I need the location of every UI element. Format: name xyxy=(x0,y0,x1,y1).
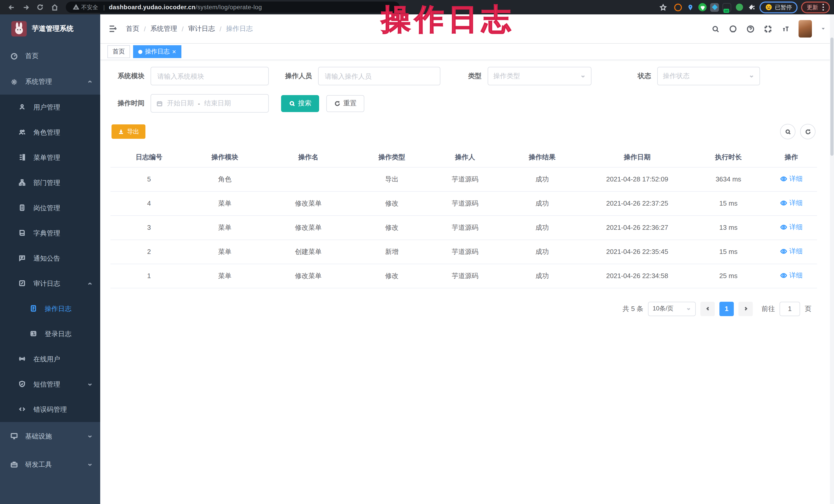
extension-dark-icon[interactable]: on xyxy=(723,3,731,12)
help-icon[interactable] xyxy=(746,24,755,33)
operator-input[interactable] xyxy=(318,67,440,85)
date-range-picker[interactable]: 开始日期 - 结束日期 xyxy=(151,94,269,113)
next-page-button[interactable] xyxy=(739,302,753,316)
back-icon[interactable] xyxy=(6,2,17,13)
cell-log-id: 3 xyxy=(110,215,188,240)
sidebar-item-audit-log[interactable]: 审计日志 xyxy=(0,271,100,296)
export-button[interactable]: 导出 xyxy=(111,125,146,139)
page-size-value: 10条/页 xyxy=(653,304,674,313)
sidebar-item-sms[interactable]: 短信管理 xyxy=(0,372,100,397)
github-icon[interactable] xyxy=(729,24,738,33)
eye-icon xyxy=(780,272,787,279)
type-select[interactable]: 操作类型 xyxy=(488,67,591,85)
sidebar-item-error-code[interactable]: 错误码管理 xyxy=(0,397,100,422)
sidebar-item-operate-log[interactable]: 操作日志 xyxy=(0,296,100,321)
extension-green-v-icon[interactable] xyxy=(698,3,706,11)
security-label: 不安全 xyxy=(81,3,98,11)
detail-link[interactable]: 详细 xyxy=(780,223,803,232)
cell-module: 菜单 xyxy=(188,240,262,264)
sidebar-item-home[interactable]: 首页 xyxy=(0,43,100,69)
sidebar-item-label: 用户管理 xyxy=(34,103,60,112)
tag-label: 操作日志 xyxy=(145,47,170,56)
current-page-button[interactable]: 1 xyxy=(719,302,734,316)
status-select[interactable]: 操作状态 xyxy=(657,67,760,85)
detail-link[interactable]: 详细 xyxy=(780,271,803,280)
search-button[interactable]: 搜索 xyxy=(281,95,319,112)
breadcrumb-audit[interactable]: 审计日志 xyxy=(188,24,215,34)
cell-type: 修改 xyxy=(355,191,429,215)
sidebar-item-menus[interactable]: 菜单管理 xyxy=(0,145,100,170)
sidebar-item-roles[interactable]: 角色管理 xyxy=(0,120,100,145)
refresh-icon xyxy=(334,100,341,107)
extension-pin-icon[interactable] xyxy=(686,3,695,12)
sidebar-item-notice[interactable]: 通知公告 xyxy=(0,246,100,271)
home-icon[interactable] xyxy=(49,2,60,13)
toolbox-icon xyxy=(10,461,18,468)
breadcrumb-home[interactable]: 首页 xyxy=(126,24,139,34)
cell-date: 2021-04-28 17:52:09 xyxy=(583,167,691,191)
annotation-overlay-title: 操作日志 xyxy=(381,3,515,35)
extension-diamond-icon[interactable] xyxy=(710,3,719,12)
refresh-table-button[interactable] xyxy=(800,124,815,139)
cell-name: 修改菜单 xyxy=(262,215,355,240)
scrollbar-thumb[interactable] xyxy=(830,38,833,156)
extensions-puzzle-icon[interactable] xyxy=(747,3,756,12)
logo-row[interactable]: 芋道管理系统 xyxy=(0,15,100,43)
sidebar-item-label: 通知公告 xyxy=(34,254,60,263)
extension-on-badge: on xyxy=(724,8,729,13)
sidebar-toggle-icon[interactable] xyxy=(108,24,118,34)
detail-link[interactable]: 详细 xyxy=(780,247,803,256)
breadcrumb-system[interactable]: 系统管理 xyxy=(150,24,177,34)
forward-icon[interactable] xyxy=(20,2,31,13)
sidebar-item-users[interactable]: 用户管理 xyxy=(0,94,100,120)
sidebar-item-posts[interactable]: 岗位管理 xyxy=(0,195,100,220)
reset-button-label: 重置 xyxy=(343,99,357,108)
type-label: 类型 xyxy=(461,71,482,81)
start-date-placeholder[interactable]: 开始日期 xyxy=(167,99,194,108)
profile-chip[interactable]: 已暂停 xyxy=(760,1,797,13)
fullscreen-icon[interactable] xyxy=(764,24,772,33)
avatar[interactable] xyxy=(798,20,812,38)
cell-duration: 25 ms xyxy=(691,264,766,288)
avatar-caret-icon[interactable] xyxy=(821,26,826,31)
goto-page-input[interactable] xyxy=(780,302,800,316)
browser-update-button[interactable]: 更新 xyxy=(801,1,830,13)
emoji-face-icon xyxy=(765,4,772,11)
sidebar-item-dict[interactable]: 字典管理 xyxy=(0,220,100,246)
sidebar-item-online-users[interactable]: 在线用户 xyxy=(0,347,100,372)
eye-icon xyxy=(780,248,787,255)
extension-orange-icon[interactable] xyxy=(674,3,682,12)
page-size-select[interactable]: 10条/页 xyxy=(648,302,696,316)
eye-icon xyxy=(780,224,787,231)
prev-page-button[interactable] xyxy=(700,302,715,316)
cell-name: 修改菜单 xyxy=(262,191,355,215)
bookmark-star-icon[interactable] xyxy=(657,2,668,13)
sidebar-item-login-log[interactable]: 登录日志 xyxy=(0,321,100,347)
tag-home[interactable]: 首页 xyxy=(107,45,130,58)
end-date-placeholder[interactable]: 结束日期 xyxy=(204,99,231,108)
extension-green-icon[interactable] xyxy=(735,3,744,12)
scrollbar[interactable] xyxy=(830,15,834,504)
search-icon[interactable] xyxy=(711,24,720,33)
col-result: 操作结果 xyxy=(501,148,583,167)
sidebar-item-dev-tools[interactable]: 研发工具 xyxy=(0,450,100,479)
address-bar[interactable]: 不安全 | dashboard.yudao.iocoder.cn/system/… xyxy=(66,2,400,13)
reset-button[interactable]: 重置 xyxy=(326,95,364,112)
users-group-icon xyxy=(19,129,26,136)
reload-icon[interactable] xyxy=(35,2,46,13)
detail-link[interactable]: 详细 xyxy=(780,198,803,208)
sidebar-item-depts[interactable]: 部门管理 xyxy=(0,170,100,195)
security-indicator[interactable]: 不安全 | xyxy=(73,3,109,11)
tag-operate-log[interactable]: 操作日志 × xyxy=(133,45,181,58)
close-icon[interactable]: × xyxy=(172,48,176,55)
sidebar-item-label: 角色管理 xyxy=(34,128,60,137)
cell-type: 新增 xyxy=(355,240,429,264)
detail-link[interactable]: 详细 xyxy=(780,174,803,183)
toggle-search-button[interactable] xyxy=(780,124,795,139)
cell-module: 角色 xyxy=(188,167,262,191)
sidebar-item-label: 操作日志 xyxy=(45,304,71,313)
sidebar-item-system[interactable]: 系统管理 xyxy=(0,69,100,94)
sidebar-item-infrastructure[interactable]: 基础设施 xyxy=(0,422,100,450)
module-input[interactable] xyxy=(151,67,269,85)
font-size-icon[interactable] xyxy=(781,24,790,33)
